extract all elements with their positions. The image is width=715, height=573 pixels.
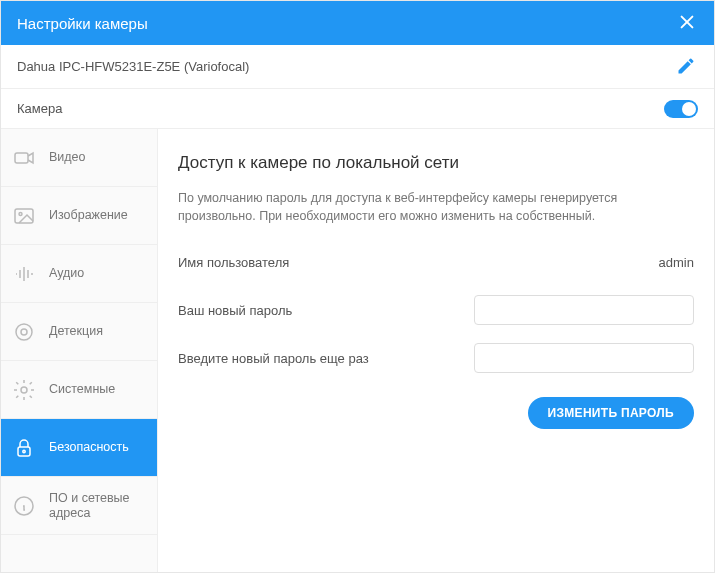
sidebar-item-label: Видео [49, 150, 86, 165]
password-input[interactable] [474, 295, 694, 325]
password-label: Ваш новый пароль [178, 303, 292, 318]
camera-enable-row: Камера [1, 89, 714, 129]
sidebar: Видео Изображение Аудио Детекция Системн… [1, 129, 158, 572]
sidebar-item-system[interactable]: Системные [1, 361, 157, 419]
password-row: Ваш новый пароль [178, 295, 694, 325]
svg-point-5 [21, 387, 27, 393]
password-confirm-input[interactable] [474, 343, 694, 373]
sidebar-item-network[interactable]: ПО и сетевые адреса [1, 477, 157, 535]
modal-title: Настройки камеры [17, 15, 148, 32]
sidebar-item-label: Безопасность [49, 440, 129, 455]
sidebar-item-label: Системные [49, 382, 115, 397]
svg-point-2 [19, 212, 22, 215]
camera-name-row: Dahua IPC-HFW5231E-Z5E (Variofocal) [1, 45, 714, 89]
close-icon[interactable] [678, 13, 698, 33]
username-row: Имя пользователя admin [178, 247, 694, 277]
audio-icon [11, 261, 37, 287]
content-panel: Доступ к камере по локальной сети По умо… [158, 129, 714, 572]
username-value: admin [659, 255, 694, 270]
svg-point-4 [21, 329, 27, 335]
info-icon [11, 493, 37, 519]
sidebar-item-label: Изображение [49, 208, 128, 223]
image-icon [11, 203, 37, 229]
camera-enable-label: Камера [17, 101, 62, 116]
svg-point-3 [16, 324, 32, 340]
sidebar-item-label: ПО и сетевые адреса [49, 491, 147, 521]
change-password-button[interactable]: ИЗМЕНИТЬ ПАРОЛЬ [528, 397, 694, 429]
gear-icon [11, 377, 37, 403]
sidebar-item-image[interactable]: Изображение [1, 187, 157, 245]
svg-rect-0 [15, 153, 28, 163]
detection-icon [11, 319, 37, 345]
camera-enable-toggle[interactable] [664, 100, 698, 118]
svg-point-7 [23, 450, 25, 452]
video-icon [11, 145, 37, 171]
modal-header: Настройки камеры [1, 1, 714, 45]
password-confirm-row: Введите новый пароль еще раз [178, 343, 694, 373]
lock-icon [11, 435, 37, 461]
edit-icon[interactable] [676, 56, 698, 78]
username-label: Имя пользователя [178, 255, 289, 270]
sidebar-item-video[interactable]: Видео [1, 129, 157, 187]
section-description: По умолчанию пароль для доступа к веб-ин… [178, 189, 694, 225]
camera-name: Dahua IPC-HFW5231E-Z5E (Variofocal) [17, 59, 249, 74]
sidebar-item-audio[interactable]: Аудио [1, 245, 157, 303]
password-confirm-label: Введите новый пароль еще раз [178, 351, 369, 366]
sidebar-item-security[interactable]: Безопасность [1, 419, 157, 477]
section-title: Доступ к камере по локальной сети [178, 153, 694, 173]
svg-rect-6 [18, 447, 30, 456]
sidebar-item-label: Детекция [49, 324, 103, 339]
sidebar-item-label: Аудио [49, 266, 84, 281]
sidebar-item-detection[interactable]: Детекция [1, 303, 157, 361]
svg-rect-1 [15, 209, 33, 223]
